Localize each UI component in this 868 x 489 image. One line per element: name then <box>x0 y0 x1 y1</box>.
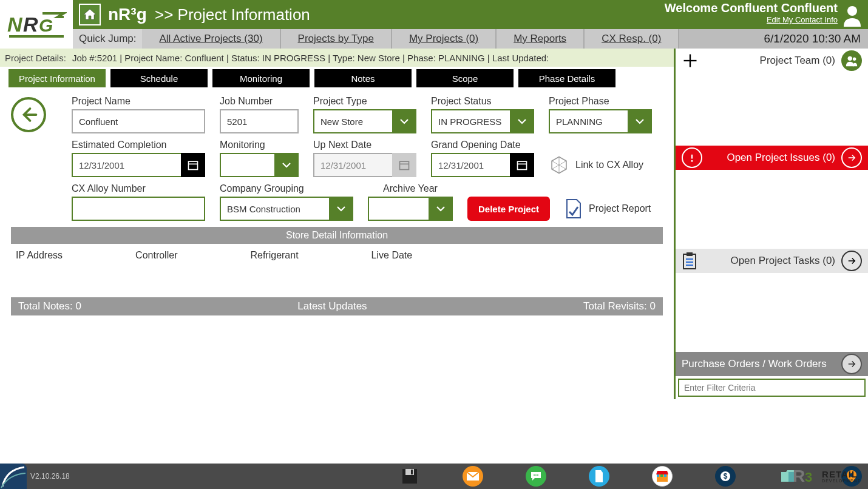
monitoring-select[interactable] <box>220 153 299 177</box>
tab-scope[interactable]: Scope <box>416 69 514 87</box>
svg-text:$: $ <box>724 472 728 481</box>
lbl-project-name: Project Name <box>72 96 205 107</box>
lbl-company-grouping: Company Grouping <box>220 183 353 194</box>
clipboard-icon <box>682 252 697 270</box>
svg-rect-34 <box>657 474 659 477</box>
tab-notes[interactable]: Notes <box>314 69 412 87</box>
project-details-label: Project Details: <box>5 53 66 63</box>
team-icon[interactable] <box>841 50 862 71</box>
chevron-down-icon[interactable] <box>329 197 353 221</box>
lbl-ip-address: IP Address <box>16 250 63 261</box>
project-status-value: IN PROGRESS <box>431 109 510 133</box>
app-name: nR³g <box>108 5 147 24</box>
save-icon[interactable] <box>399 466 420 487</box>
job-number-input[interactable] <box>220 109 299 133</box>
back-button[interactable] <box>11 97 46 132</box>
delete-project-button[interactable]: Delete Project <box>467 197 550 221</box>
po-filter-input[interactable] <box>678 379 866 397</box>
archive-year-select[interactable] <box>368 197 453 221</box>
add-team-icon[interactable] <box>682 52 699 69</box>
lbl-project-status: Project Status <box>431 96 534 107</box>
qj-my-projects[interactable]: My Projects (0) <box>392 29 497 49</box>
alert-icon <box>682 147 702 168</box>
chevron-down-icon[interactable] <box>274 153 299 177</box>
version-label: V2.10.26.18 <box>30 472 70 481</box>
calendar-icon[interactable] <box>510 153 534 177</box>
lbl-project-phase: Project Phase <box>549 96 652 107</box>
calendar-icon <box>392 153 416 177</box>
document-icon[interactable] <box>589 466 609 487</box>
qj-my-reports[interactable]: My Reports <box>497 29 585 49</box>
open-tasks-label: Open Project Tasks (0) <box>730 255 835 267</box>
svg-rect-22 <box>687 252 693 256</box>
grand-opening-date[interactable]: 12/31/2001 <box>431 153 534 177</box>
tab-schedule[interactable]: Schedule <box>110 69 208 87</box>
project-report-link[interactable]: Project Report <box>589 203 651 214</box>
svg-rect-7 <box>400 161 409 169</box>
r3-dev: DEVELOPMENT <box>822 479 861 483</box>
svg-point-31 <box>535 474 537 476</box>
report-icon[interactable] <box>565 198 583 219</box>
chevron-down-icon[interactable] <box>628 109 652 133</box>
mail-icon[interactable] <box>463 466 483 487</box>
qj-by-type[interactable]: Projects by Type <box>281 29 392 49</box>
svg-text:G: G <box>39 15 53 35</box>
page-title: Project Information <box>178 5 310 24</box>
total-revisits: Total Revisits: 0 <box>583 300 656 312</box>
avatar-icon[interactable] <box>840 2 864 27</box>
qj-all-active[interactable]: All Active Projects (30) <box>142 29 280 49</box>
svg-point-20 <box>691 160 693 162</box>
project-status-select[interactable]: IN PROGRESS <box>431 109 534 133</box>
lbl-est-completion: Estimated Completion <box>72 140 205 150</box>
monitoring-value <box>220 153 274 177</box>
svg-text:R: R <box>793 467 805 485</box>
lbl-grand-opening: Grand Opening Date <box>431 140 534 150</box>
open-issues-label: Open Project Issues (0) <box>727 152 835 164</box>
latest-updates: Latest Updates <box>297 300 367 312</box>
svg-rect-35 <box>660 474 663 477</box>
up-next-value: 12/31/2001 <box>313 153 392 177</box>
project-name-input[interactable] <box>72 109 205 133</box>
grand-opening-value: 12/31/2001 <box>431 153 510 177</box>
total-notes: Total Notes: 0 <box>18 300 81 312</box>
cx-alloy-number-input[interactable] <box>72 197 205 221</box>
up-next-date: 12/31/2001 <box>313 153 416 177</box>
tab-project-info[interactable]: Project Information <box>8 69 106 87</box>
archive-year-value <box>368 197 429 221</box>
svg-point-32 <box>537 474 538 476</box>
chevron-down-icon[interactable] <box>510 109 534 133</box>
lbl-job-number: Job Number <box>220 96 299 107</box>
quickjump-label: Quick Jump: <box>73 29 142 49</box>
tab-phase-details[interactable]: Phase Details <box>518 69 615 87</box>
arrow-right-icon[interactable] <box>841 147 862 168</box>
lbl-archive-year: Archive Year <box>368 183 453 194</box>
arrow-right-icon[interactable] <box>841 354 862 374</box>
r3-retail: RETAIL <box>822 470 861 479</box>
qj-cx-resp[interactable]: CX Resp. (0) <box>585 29 679 49</box>
company-grouping-select[interactable]: BSM Construction <box>220 197 353 221</box>
home-icon[interactable] <box>79 4 101 25</box>
calendar-icon[interactable] <box>181 153 205 177</box>
r3-logo: R3 RETAIL DEVELOPMENT <box>793 466 861 487</box>
store-detail-header: Store Detail Information <box>11 227 663 244</box>
chevron-down-icon[interactable] <box>429 197 453 221</box>
cx-alloy-link[interactable]: Link to CX Alloy <box>575 160 643 170</box>
chevron-down-icon[interactable] <box>392 109 416 133</box>
project-type-value: New Store <box>313 109 392 133</box>
cx-alloy-icon[interactable] <box>549 155 569 175</box>
swirl-icon <box>0 464 27 489</box>
lbl-refrigerant: Refrigerant <box>250 250 298 261</box>
project-type-select[interactable]: New Store <box>313 109 416 133</box>
project-phase-select[interactable]: PLANNING <box>549 109 652 133</box>
tab-monitoring[interactable]: Monitoring <box>212 69 310 87</box>
svg-rect-28 <box>411 470 413 474</box>
edit-contact-link[interactable]: Edit My Contact Info <box>665 15 838 24</box>
est-completion-date[interactable]: 12/31/2001 <box>72 153 205 177</box>
money-icon[interactable]: $ <box>715 466 736 487</box>
arrow-right-icon[interactable] <box>841 251 862 271</box>
lbl-controller: Controller <box>135 250 177 261</box>
store-icon[interactable] <box>652 466 673 487</box>
chat-icon[interactable] <box>526 466 546 487</box>
lbl-live-date: Live Date <box>371 250 413 261</box>
app-logo: N R G <box>0 0 73 49</box>
